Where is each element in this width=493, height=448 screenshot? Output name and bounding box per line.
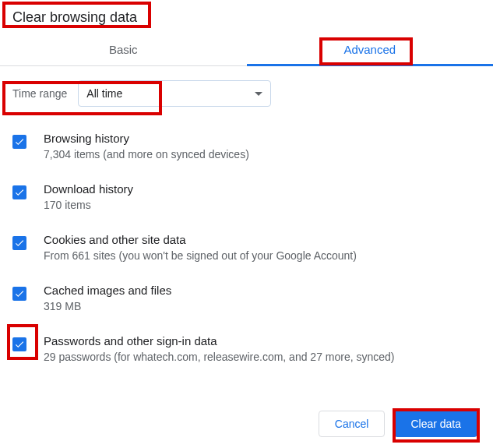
check-icon [14, 187, 25, 198]
checkbox-browsing-history[interactable] [12, 135, 26, 149]
tab-basic[interactable]: Basic [0, 32, 247, 65]
check-icon [14, 288, 25, 299]
item-sub: 7,304 items (and more on synced devices) [44, 148, 249, 161]
time-range-row: Time range All time [12, 66, 481, 118]
cancel-button[interactable]: Cancel [319, 411, 386, 437]
dialog-footer: Cancel Clear data [0, 398, 493, 448]
list-item: Passwords and other sign-in data 29 pass… [12, 323, 481, 374]
clear-data-button[interactable]: Clear data [394, 411, 477, 437]
time-range-value: All time [86, 87, 122, 100]
item-title: Download history [44, 182, 133, 196]
item-sub: From 661 sites (you won't be signed out … [44, 249, 357, 262]
item-title: Cookies and other site data [44, 233, 357, 246]
list-item: Cached images and files 319 MB [12, 273, 481, 323]
checkbox-cache[interactable] [12, 287, 26, 301]
item-sub: 170 items [44, 199, 133, 211]
checkbox-cookies[interactable] [12, 236, 26, 250]
dialog-title: Clear browsing data [0, 0, 493, 32]
tab-advanced[interactable]: Advanced [247, 32, 494, 65]
time-range-label: Time range [12, 87, 67, 100]
list-item: Cookies and other site data From 661 sit… [12, 222, 481, 273]
list-item: Autofill form data [12, 374, 481, 378]
options-list: Browsing history 7,304 items (and more o… [12, 118, 481, 378]
checkbox-passwords[interactable] [12, 337, 26, 351]
check-icon [14, 339, 25, 350]
list-item: Browsing history 7,304 items (and more o… [12, 121, 481, 171]
item-title: Cached images and files [44, 284, 171, 297]
checkbox-download-history[interactable] [12, 185, 26, 199]
tabs: Basic Advanced [0, 32, 493, 66]
dialog-content: Time range All time Browsing history 7,3… [0, 66, 493, 378]
item-title: Browsing history [44, 132, 249, 145]
item-sub: 319 MB [44, 300, 171, 312]
item-sub: 29 passwords (for whatech.com, releasewi… [44, 351, 395, 363]
check-icon [14, 136, 25, 147]
chevron-down-icon [255, 92, 262, 96]
check-icon [14, 238, 25, 249]
item-title: Passwords and other sign-in data [44, 334, 395, 347]
list-item: Download history 170 items [12, 171, 481, 222]
time-range-select[interactable]: All time [78, 80, 271, 107]
